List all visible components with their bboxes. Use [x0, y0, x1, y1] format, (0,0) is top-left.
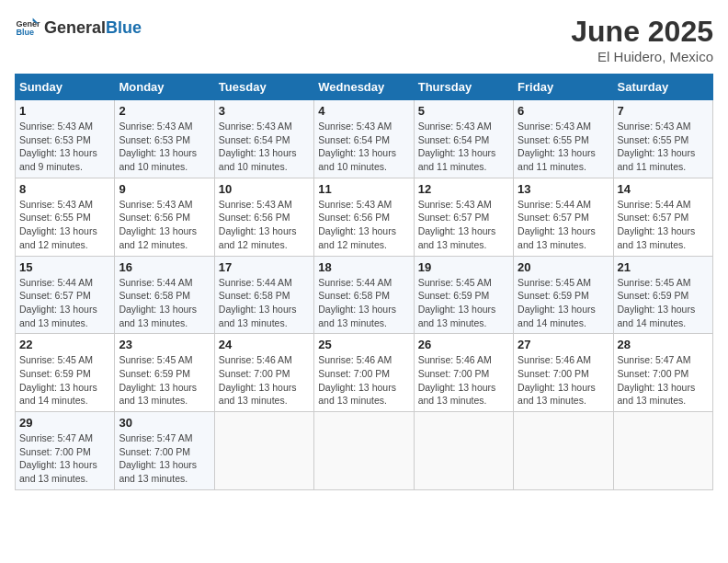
day-number: 28 — [618, 338, 709, 351]
day-number: 29 — [19, 416, 110, 430]
svg-text:General: General — [16, 19, 40, 29]
day-info: Sunrise: 5:45 AM Sunset: 6:59 PM Dayligh… — [19, 353, 110, 408]
day-number: 9 — [119, 182, 210, 196]
calendar-cell: 28Sunrise: 5:47 AM Sunset: 7:00 PM Dayli… — [613, 334, 712, 412]
page-header: General Blue GeneralBlue June 2025 El Hu… — [15, 15, 713, 64]
day-of-week-header: Sunday — [16, 75, 115, 100]
day-number: 8 — [19, 182, 110, 196]
day-info: Sunrise: 5:45 AM Sunset: 6:59 PM Dayligh… — [618, 276, 709, 330]
day-info: Sunrise: 5:43 AM Sunset: 6:56 PM Dayligh… — [318, 198, 409, 252]
calendar-cell: 8Sunrise: 5:43 AM Sunset: 6:55 PM Daylig… — [16, 178, 115, 256]
day-info: Sunrise: 5:46 AM Sunset: 7:00 PM Dayligh… — [318, 353, 409, 408]
logo: General Blue GeneralBlue — [15, 15, 142, 40]
day-info: Sunrise: 5:43 AM Sunset: 6:54 PM Dayligh… — [418, 120, 509, 174]
day-info: Sunrise: 5:43 AM Sunset: 6:53 PM Dayligh… — [19, 120, 110, 174]
location-title: El Huidero, Mexico — [571, 49, 713, 64]
day-info: Sunrise: 5:43 AM Sunset: 6:54 PM Dayligh… — [219, 120, 310, 174]
day-of-week-row: SundayMondayTuesdayWednesdayThursdayFrid… — [16, 75, 713, 100]
calendar-cell: 21Sunrise: 5:45 AM Sunset: 6:59 PM Dayli… — [613, 256, 712, 334]
calendar-cell — [514, 412, 613, 490]
day-of-week-header: Monday — [115, 75, 214, 100]
day-info: Sunrise: 5:44 AM Sunset: 6:57 PM Dayligh… — [19, 276, 110, 330]
day-number: 26 — [418, 338, 509, 351]
day-number: 20 — [518, 260, 609, 274]
day-info: Sunrise: 5:46 AM Sunset: 7:00 PM Dayligh… — [518, 353, 609, 408]
calendar-cell — [613, 412, 712, 490]
day-of-week-header: Tuesday — [214, 75, 313, 100]
calendar-week-row: 22Sunrise: 5:45 AM Sunset: 6:59 PM Dayli… — [16, 334, 713, 412]
day-info: Sunrise: 5:43 AM Sunset: 6:57 PM Dayligh… — [418, 198, 509, 252]
calendar-cell: 25Sunrise: 5:46 AM Sunset: 7:00 PM Dayli… — [314, 334, 414, 412]
logo-icon: General Blue — [15, 15, 40, 40]
calendar-cell — [214, 412, 313, 490]
day-number: 5 — [418, 104, 509, 118]
calendar-body: 1Sunrise: 5:43 AM Sunset: 6:53 PM Daylig… — [16, 100, 713, 490]
month-title: June 2025 — [571, 15, 713, 49]
calendar-week-row: 8Sunrise: 5:43 AM Sunset: 6:55 PM Daylig… — [16, 178, 713, 256]
day-number: 7 — [618, 104, 709, 118]
calendar-cell: 14Sunrise: 5:44 AM Sunset: 6:57 PM Dayli… — [613, 178, 712, 256]
calendar-cell: 20Sunrise: 5:45 AM Sunset: 6:59 PM Dayli… — [514, 256, 613, 334]
day-number: 6 — [518, 104, 609, 118]
day-number: 14 — [618, 182, 709, 196]
calendar-cell: 2Sunrise: 5:43 AM Sunset: 6:53 PM Daylig… — [115, 100, 214, 178]
day-info: Sunrise: 5:44 AM Sunset: 6:58 PM Dayligh… — [219, 276, 310, 330]
calendar-cell: 18Sunrise: 5:44 AM Sunset: 6:58 PM Dayli… — [314, 256, 414, 334]
day-info: Sunrise: 5:43 AM Sunset: 6:55 PM Dayligh… — [618, 120, 709, 174]
day-info: Sunrise: 5:43 AM Sunset: 6:54 PM Dayligh… — [318, 120, 409, 174]
day-info: Sunrise: 5:46 AM Sunset: 7:00 PM Dayligh… — [219, 353, 310, 408]
day-number: 2 — [119, 104, 210, 118]
calendar-cell: 24Sunrise: 5:46 AM Sunset: 7:00 PM Dayli… — [214, 334, 313, 412]
day-number: 27 — [518, 338, 609, 351]
calendar-cell: 16Sunrise: 5:44 AM Sunset: 6:58 PM Dayli… — [115, 256, 214, 334]
day-info: Sunrise: 5:44 AM Sunset: 6:57 PM Dayligh… — [518, 198, 609, 252]
day-info: Sunrise: 5:44 AM Sunset: 6:58 PM Dayligh… — [119, 276, 210, 330]
calendar-cell: 13Sunrise: 5:44 AM Sunset: 6:57 PM Dayli… — [514, 178, 613, 256]
day-number: 15 — [19, 260, 110, 274]
day-number: 18 — [318, 260, 409, 274]
calendar-cell: 29Sunrise: 5:47 AM Sunset: 7:00 PM Dayli… — [16, 412, 115, 490]
day-number: 25 — [318, 338, 409, 351]
calendar-cell — [314, 412, 414, 490]
calendar-cell — [414, 412, 513, 490]
day-number: 1 — [19, 104, 110, 118]
calendar-cell: 12Sunrise: 5:43 AM Sunset: 6:57 PM Dayli… — [414, 178, 513, 256]
day-number: 12 — [418, 182, 509, 196]
day-info: Sunrise: 5:47 AM Sunset: 7:00 PM Dayligh… — [19, 431, 110, 486]
calendar-cell: 23Sunrise: 5:45 AM Sunset: 6:59 PM Dayli… — [115, 334, 214, 412]
day-number: 16 — [119, 260, 210, 274]
day-number: 11 — [318, 182, 409, 196]
calendar-cell: 6Sunrise: 5:43 AM Sunset: 6:55 PM Daylig… — [514, 100, 613, 178]
day-info: Sunrise: 5:45 AM Sunset: 6:59 PM Dayligh… — [418, 276, 509, 330]
calendar-week-row: 29Sunrise: 5:47 AM Sunset: 7:00 PM Dayli… — [16, 412, 713, 490]
day-number: 10 — [219, 182, 310, 196]
calendar-cell: 10Sunrise: 5:43 AM Sunset: 6:56 PM Dayli… — [214, 178, 313, 256]
day-number: 4 — [318, 104, 409, 118]
title-area: June 2025 El Huidero, Mexico — [571, 15, 713, 64]
calendar-cell: 19Sunrise: 5:45 AM Sunset: 6:59 PM Dayli… — [414, 256, 513, 334]
day-of-week-header: Wednesday — [314, 75, 414, 100]
logo-blue-text: Blue — [106, 18, 142, 38]
day-info: Sunrise: 5:44 AM Sunset: 6:58 PM Dayligh… — [318, 276, 409, 330]
calendar-cell: 30Sunrise: 5:47 AM Sunset: 7:00 PM Dayli… — [115, 412, 214, 490]
day-of-week-header: Friday — [514, 75, 613, 100]
calendar-cell: 15Sunrise: 5:44 AM Sunset: 6:57 PM Dayli… — [16, 256, 115, 334]
day-number: 30 — [119, 416, 210, 430]
day-of-week-header: Thursday — [414, 75, 513, 100]
calendar-cell: 1Sunrise: 5:43 AM Sunset: 6:53 PM Daylig… — [16, 100, 115, 178]
svg-text:Blue: Blue — [16, 28, 34, 37]
day-info: Sunrise: 5:47 AM Sunset: 7:00 PM Dayligh… — [618, 353, 709, 408]
day-number: 13 — [518, 182, 609, 196]
day-info: Sunrise: 5:43 AM Sunset: 6:55 PM Dayligh… — [518, 120, 609, 174]
calendar-cell: 4Sunrise: 5:43 AM Sunset: 6:54 PM Daylig… — [314, 100, 414, 178]
day-number: 17 — [219, 260, 310, 274]
day-info: Sunrise: 5:46 AM Sunset: 7:00 PM Dayligh… — [418, 353, 509, 408]
day-of-week-header: Saturday — [613, 75, 712, 100]
calendar-cell: 5Sunrise: 5:43 AM Sunset: 6:54 PM Daylig… — [414, 100, 513, 178]
calendar-week-row: 15Sunrise: 5:44 AM Sunset: 6:57 PM Dayli… — [16, 256, 713, 334]
calendar-cell: 22Sunrise: 5:45 AM Sunset: 6:59 PM Dayli… — [16, 334, 115, 412]
day-info: Sunrise: 5:45 AM Sunset: 6:59 PM Dayligh… — [119, 353, 210, 408]
calendar-cell: 11Sunrise: 5:43 AM Sunset: 6:56 PM Dayli… — [314, 178, 414, 256]
calendar-cell: 17Sunrise: 5:44 AM Sunset: 6:58 PM Dayli… — [214, 256, 313, 334]
day-number: 21 — [618, 260, 709, 274]
